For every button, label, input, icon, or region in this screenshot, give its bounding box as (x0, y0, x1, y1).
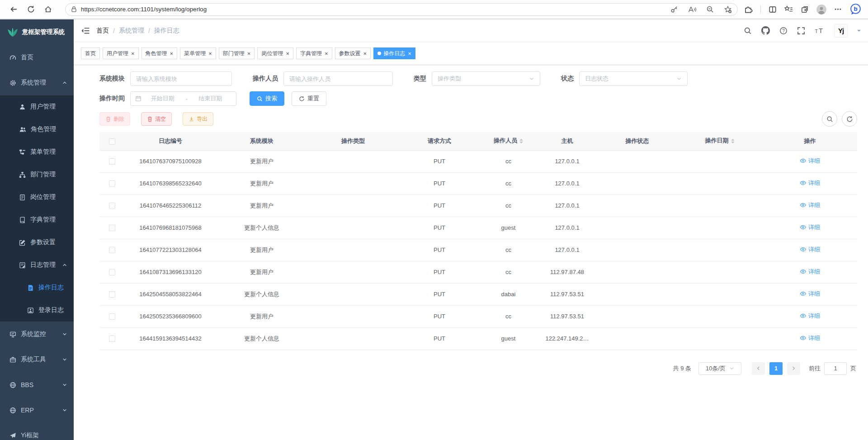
sidebar-item[interactable]: 岗位管理 (0, 186, 74, 208)
sidebar-item[interactable]: ERP (0, 397, 74, 423)
goto-page-input[interactable] (824, 362, 847, 375)
sidebar-item[interactable]: 登录日志 (0, 299, 74, 322)
sidebar-item[interactable]: 角色管理 (0, 118, 74, 141)
prev-page-button[interactable] (752, 362, 765, 375)
tab[interactable]: 菜单管理× (180, 47, 216, 59)
reset-button[interactable]: 重置 (292, 91, 326, 106)
more-menu-icon[interactable] (834, 5, 842, 13)
sort-icons[interactable] (519, 137, 523, 145)
tab[interactable]: 参数设置× (335, 47, 371, 59)
favorite-add-icon[interactable] (724, 5, 732, 14)
tab[interactable]: 操作日志× (373, 47, 415, 59)
delete-button[interactable]: 删除 (99, 112, 130, 126)
tab-close-icon[interactable]: × (170, 51, 174, 57)
sidebar-item[interactable]: 参数设置 (0, 231, 74, 254)
github-icon[interactable] (761, 26, 770, 35)
detail-link[interactable]: 详细 (800, 157, 820, 165)
sidebar-item[interactable]: 系统监控 (0, 322, 74, 347)
breadcrumb-home[interactable]: 首页 (96, 27, 109, 35)
tab-close-icon[interactable]: × (247, 51, 251, 57)
sidebar-item[interactable]: 首页 (0, 45, 74, 70)
url-text[interactable]: https://ccnetcore.com:1101/system/log/op… (81, 6, 660, 13)
toggle-search-button[interactable] (822, 111, 837, 127)
read-aloud-icon[interactable] (688, 6, 696, 13)
next-page-button[interactable] (787, 362, 800, 375)
row-checkbox[interactable] (109, 313, 115, 320)
col-operator[interactable]: 操作人员 (480, 132, 537, 150)
collections-icon[interactable] (801, 5, 809, 14)
refresh-table-button[interactable] (842, 111, 857, 127)
user-caret-down-icon[interactable] (857, 30, 861, 33)
row-checkbox[interactable] (109, 180, 115, 187)
tab[interactable]: 部门管理× (219, 47, 255, 59)
tab-close-icon[interactable]: × (408, 51, 411, 57)
type-select[interactable]: 操作类型 (432, 71, 540, 86)
detail-link[interactable]: 详细 (800, 268, 820, 276)
tab-close-icon[interactable]: × (208, 51, 212, 57)
tab-close-icon[interactable]: × (131, 51, 135, 57)
fullscreen-icon[interactable] (797, 27, 805, 35)
sidebar-item[interactable]: 用户管理 (0, 95, 74, 118)
tab[interactable]: 岗位管理× (257, 47, 293, 59)
zoom-out-icon[interactable] (706, 5, 714, 13)
detail-link[interactable]: 详细 (800, 290, 820, 298)
password-key-icon[interactable] (670, 5, 678, 13)
app-logo[interactable]: 意框架管理系统 (0, 19, 74, 45)
search-button[interactable]: 搜索 (250, 91, 284, 106)
sidebar-item[interactable]: 部门管理 (0, 163, 74, 186)
detail-link[interactable]: 详细 (800, 246, 820, 254)
sidebar-item[interactable]: BBS (0, 372, 74, 397)
clear-button[interactable]: 清空 (141, 112, 172, 126)
sidebar-item[interactable]: 操作日志 (0, 276, 74, 299)
tab[interactable]: 角色管理× (142, 47, 178, 59)
sidebar-item[interactable]: 菜单管理 (0, 141, 74, 163)
tab[interactable]: 字典管理× (296, 47, 332, 59)
start-date-placeholder[interactable]: 开始日期 (142, 95, 184, 103)
row-checkbox[interactable] (109, 203, 115, 209)
page-number-button[interactable]: 1 (769, 362, 783, 375)
row-checkbox[interactable] (109, 158, 115, 165)
date-range-input[interactable]: 开始日期 - 结束日期 (130, 91, 236, 106)
tab-close-icon[interactable]: × (363, 51, 367, 57)
module-input[interactable] (130, 71, 232, 86)
end-date-placeholder[interactable]: 结束日期 (189, 95, 231, 103)
sidebar-item[interactable]: 系统管理 (0, 70, 74, 95)
extensions-icon[interactable] (744, 5, 753, 14)
row-checkbox[interactable] (109, 225, 115, 231)
tab[interactable]: 首页 (81, 47, 100, 59)
back-icon[interactable] (6, 2, 21, 17)
profile-avatar[interactable] (816, 5, 826, 14)
row-checkbox[interactable] (109, 247, 115, 253)
col-date[interactable]: 操作日期 (677, 132, 763, 150)
font-size-icon[interactable]: TT (815, 27, 825, 34)
help-icon[interactable]: ? (779, 27, 788, 35)
address-bar[interactable]: https://ccnetcore.com:1101/system/log/op… (65, 3, 738, 16)
detail-link[interactable]: 详细 (800, 334, 820, 342)
page-size-select[interactable]: 10条/页 (698, 362, 741, 375)
detail-link[interactable]: 详细 (800, 312, 820, 320)
operator-input[interactable] (283, 71, 393, 86)
split-screen-icon[interactable] (769, 5, 777, 14)
sort-icons[interactable] (731, 137, 735, 145)
sidebar-item[interactable]: 日志管理 (0, 254, 74, 276)
tab[interactable]: 用户管理× (103, 47, 139, 59)
user-avatar[interactable]: Yj (834, 24, 848, 38)
detail-link[interactable]: 详细 (800, 179, 820, 187)
detail-link[interactable]: 详细 (800, 223, 820, 232)
tab-close-icon[interactable]: × (325, 51, 328, 57)
row-checkbox[interactable] (109, 336, 115, 342)
collapse-sidebar-icon[interactable] (81, 26, 90, 35)
favorites-bar-icon[interactable] (784, 5, 793, 13)
select-all-checkbox[interactable] (109, 138, 115, 145)
detail-link[interactable]: 详细 (800, 201, 820, 209)
header-search-icon[interactable] (744, 27, 752, 35)
tab-close-icon[interactable]: × (286, 51, 289, 57)
status-select[interactable]: 日志状态 (579, 71, 688, 86)
sidebar-item[interactable]: Yi框架 (0, 423, 74, 440)
row-checkbox[interactable] (109, 269, 115, 275)
sidebar-item[interactable]: 系统工具 (0, 347, 74, 372)
export-button[interactable]: 导出 (183, 112, 213, 126)
home-icon[interactable] (41, 2, 55, 17)
reload-icon[interactable] (24, 2, 38, 17)
row-checkbox[interactable] (109, 291, 115, 298)
